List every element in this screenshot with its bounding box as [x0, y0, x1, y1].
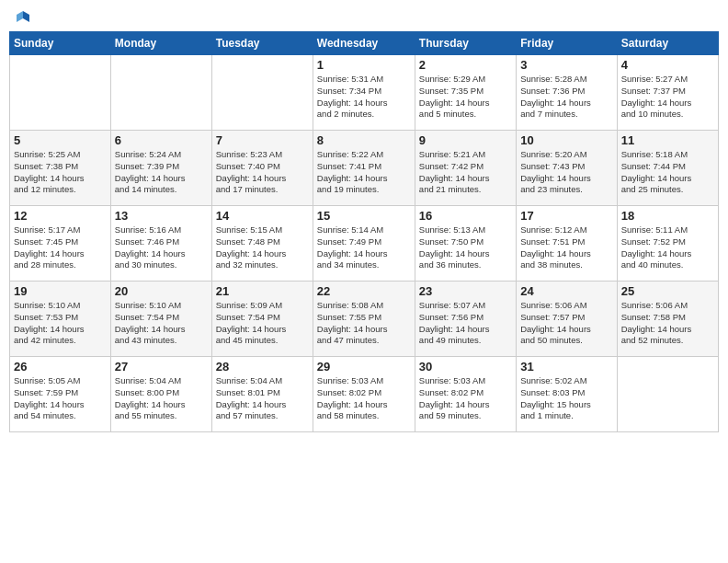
calendar-cell: 10Sunrise: 5:20 AM Sunset: 7:43 PM Dayli…	[517, 131, 617, 206]
calendar-cell: 28Sunrise: 5:04 AM Sunset: 8:01 PM Dayli…	[211, 357, 313, 432]
calendar-week-row: 5Sunrise: 5:25 AM Sunset: 7:38 PM Daylig…	[10, 131, 719, 206]
weekday-header-friday: Friday	[517, 32, 617, 55]
day-number: 27	[115, 360, 208, 373]
day-info: Sunrise: 5:03 AM Sunset: 8:02 PM Dayligh…	[317, 375, 411, 422]
day-info: Sunrise: 5:10 AM Sunset: 7:53 PM Dayligh…	[14, 300, 107, 347]
calendar-cell: 29Sunrise: 5:03 AM Sunset: 8:02 PM Dayli…	[313, 357, 415, 432]
calendar-week-row: 19Sunrise: 5:10 AM Sunset: 7:53 PM Dayli…	[10, 282, 719, 357]
calendar-cell: 24Sunrise: 5:06 AM Sunset: 7:57 PM Dayli…	[517, 282, 617, 357]
calendar-cell	[211, 55, 313, 131]
calendar-cell: 31Sunrise: 5:02 AM Sunset: 8:03 PM Dayli…	[517, 357, 617, 432]
calendar-cell: 16Sunrise: 5:13 AM Sunset: 7:50 PM Dayli…	[415, 206, 516, 282]
day-number: 9	[419, 133, 512, 147]
day-number: 3	[520, 58, 612, 72]
day-number: 30	[419, 360, 512, 373]
day-number: 17	[520, 209, 612, 223]
day-number: 5	[14, 133, 107, 147]
calendar-body: 1Sunrise: 5:31 AM Sunset: 7:34 PM Daylig…	[10, 55, 719, 432]
calendar-cell: 15Sunrise: 5:14 AM Sunset: 7:49 PM Dayli…	[313, 206, 415, 282]
calendar-cell: 30Sunrise: 5:03 AM Sunset: 8:02 PM Dayli…	[415, 357, 516, 432]
calendar-cell: 14Sunrise: 5:15 AM Sunset: 7:48 PM Dayli…	[211, 206, 313, 282]
day-info: Sunrise: 5:20 AM Sunset: 7:43 PM Dayligh…	[520, 149, 612, 196]
day-number: 6	[115, 133, 208, 147]
calendar-cell: 21Sunrise: 5:09 AM Sunset: 7:54 PM Dayli…	[211, 282, 313, 357]
day-info: Sunrise: 5:02 AM Sunset: 8:03 PM Dayligh…	[520, 375, 612, 422]
day-info: Sunrise: 5:31 AM Sunset: 7:34 PM Dayligh…	[317, 74, 411, 121]
logo-flag-icon	[15, 9, 31, 26]
calendar-cell: 26Sunrise: 5:05 AM Sunset: 7:59 PM Dayli…	[10, 357, 111, 432]
calendar-week-row: 12Sunrise: 5:17 AM Sunset: 7:45 PM Dayli…	[10, 206, 719, 282]
day-info: Sunrise: 5:16 AM Sunset: 7:46 PM Dayligh…	[115, 224, 208, 271]
day-info: Sunrise: 5:08 AM Sunset: 7:55 PM Dayligh…	[317, 300, 411, 347]
weekday-header-sunday: Sunday	[10, 32, 111, 55]
calendar-week-row: 26Sunrise: 5:05 AM Sunset: 7:59 PM Dayli…	[10, 357, 719, 432]
calendar-cell: 22Sunrise: 5:08 AM Sunset: 7:55 PM Dayli…	[313, 282, 415, 357]
calendar-cell: 7Sunrise: 5:23 AM Sunset: 7:40 PM Daylig…	[211, 131, 313, 206]
calendar-table: SundayMondayTuesdayWednesdayThursdayFrid…	[9, 31, 719, 432]
day-number: 8	[317, 133, 411, 147]
day-info: Sunrise: 5:09 AM Sunset: 7:54 PM Dayligh…	[216, 300, 309, 347]
day-number: 2	[419, 58, 512, 72]
calendar-cell: 20Sunrise: 5:10 AM Sunset: 7:54 PM Dayli…	[110, 282, 211, 357]
calendar-cell: 4Sunrise: 5:27 AM Sunset: 7:37 PM Daylig…	[617, 55, 718, 131]
day-number: 11	[621, 133, 714, 147]
weekday-header-thursday: Thursday	[415, 32, 516, 55]
calendar-cell: 23Sunrise: 5:07 AM Sunset: 7:56 PM Dayli…	[415, 282, 516, 357]
day-number: 24	[520, 284, 612, 298]
day-number: 13	[115, 209, 208, 223]
calendar-cell: 18Sunrise: 5:11 AM Sunset: 7:52 PM Dayli…	[617, 206, 718, 282]
day-number: 12	[14, 209, 107, 223]
day-info: Sunrise: 5:22 AM Sunset: 7:41 PM Dayligh…	[317, 149, 411, 196]
calendar-cell: 5Sunrise: 5:25 AM Sunset: 7:38 PM Daylig…	[10, 131, 111, 206]
day-number: 25	[621, 284, 714, 298]
day-info: Sunrise: 5:25 AM Sunset: 7:38 PM Dayligh…	[14, 149, 107, 196]
day-info: Sunrise: 5:13 AM Sunset: 7:50 PM Dayligh…	[419, 224, 512, 271]
day-number: 18	[621, 209, 714, 223]
day-info: Sunrise: 5:06 AM Sunset: 7:58 PM Dayligh…	[621, 300, 714, 347]
weekday-header-saturday: Saturday	[617, 32, 718, 55]
calendar-cell: 19Sunrise: 5:10 AM Sunset: 7:53 PM Dayli…	[10, 282, 111, 357]
day-number: 19	[14, 284, 107, 298]
day-info: Sunrise: 5:17 AM Sunset: 7:45 PM Dayligh…	[14, 224, 107, 271]
calendar-cell: 3Sunrise: 5:28 AM Sunset: 7:36 PM Daylig…	[517, 55, 617, 131]
day-number: 31	[520, 360, 612, 373]
day-info: Sunrise: 5:03 AM Sunset: 8:02 PM Dayligh…	[419, 375, 512, 422]
day-info: Sunrise: 5:11 AM Sunset: 7:52 PM Dayligh…	[621, 224, 714, 271]
calendar-header-row: SundayMondayTuesdayWednesdayThursdayFrid…	[10, 32, 719, 55]
svg-marker-1	[17, 11, 23, 22]
svg-marker-0	[23, 11, 29, 22]
day-info: Sunrise: 5:07 AM Sunset: 7:56 PM Dayligh…	[419, 300, 512, 347]
day-number: 22	[317, 284, 411, 298]
calendar-cell: 9Sunrise: 5:21 AM Sunset: 7:42 PM Daylig…	[415, 131, 516, 206]
day-info: Sunrise: 5:18 AM Sunset: 7:44 PM Dayligh…	[621, 149, 714, 196]
day-info: Sunrise: 5:06 AM Sunset: 7:57 PM Dayligh…	[520, 300, 612, 347]
day-info: Sunrise: 5:04 AM Sunset: 8:01 PM Dayligh…	[216, 375, 309, 422]
day-info: Sunrise: 5:28 AM Sunset: 7:36 PM Dayligh…	[520, 74, 612, 121]
calendar-cell: 1Sunrise: 5:31 AM Sunset: 7:34 PM Daylig…	[313, 55, 415, 131]
calendar-cell: 11Sunrise: 5:18 AM Sunset: 7:44 PM Dayli…	[617, 131, 718, 206]
day-info: Sunrise: 5:23 AM Sunset: 7:40 PM Dayligh…	[216, 149, 309, 196]
day-number: 16	[419, 209, 512, 223]
calendar-cell: 25Sunrise: 5:06 AM Sunset: 7:58 PM Dayli…	[617, 282, 718, 357]
weekday-header-tuesday: Tuesday	[211, 32, 313, 55]
day-number: 28	[216, 360, 309, 373]
day-info: Sunrise: 5:12 AM Sunset: 7:51 PM Dayligh…	[520, 224, 612, 271]
day-info: Sunrise: 5:14 AM Sunset: 7:49 PM Dayligh…	[317, 224, 411, 271]
page-header	[9, 9, 719, 26]
day-number: 26	[14, 360, 107, 373]
day-number: 21	[216, 284, 309, 298]
day-info: Sunrise: 5:04 AM Sunset: 8:00 PM Dayligh…	[115, 375, 208, 422]
calendar-cell: 2Sunrise: 5:29 AM Sunset: 7:35 PM Daylig…	[415, 55, 516, 131]
weekday-header-wednesday: Wednesday	[313, 32, 415, 55]
calendar-week-row: 1Sunrise: 5:31 AM Sunset: 7:34 PM Daylig…	[10, 55, 719, 131]
day-number: 10	[520, 133, 612, 147]
day-info: Sunrise: 5:05 AM Sunset: 7:59 PM Dayligh…	[14, 375, 107, 422]
day-number: 7	[216, 133, 309, 147]
logo	[13, 9, 31, 26]
day-info: Sunrise: 5:10 AM Sunset: 7:54 PM Dayligh…	[115, 300, 208, 347]
calendar-cell	[110, 55, 211, 131]
day-number: 1	[317, 58, 411, 72]
calendar-cell	[10, 55, 111, 131]
day-info: Sunrise: 5:24 AM Sunset: 7:39 PM Dayligh…	[115, 149, 208, 196]
day-number: 29	[317, 360, 411, 373]
